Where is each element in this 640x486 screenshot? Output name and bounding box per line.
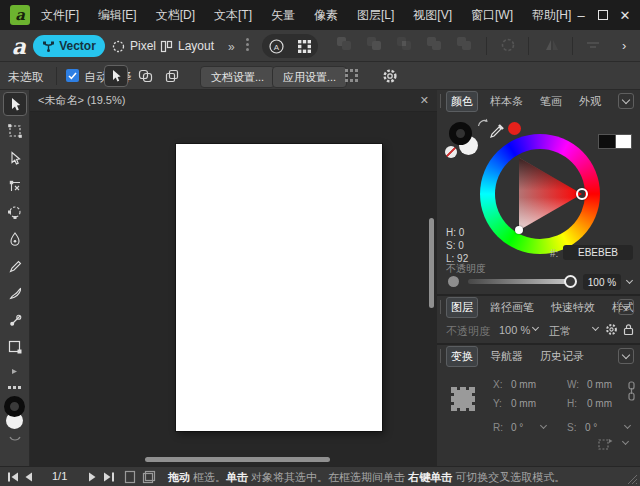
snapping-icon[interactable] xyxy=(500,37,516,53)
opacity-none-dot[interactable] xyxy=(448,276,459,287)
tab-transform[interactable]: 变换 xyxy=(446,346,478,367)
opacity-slider-knob[interactable] xyxy=(564,275,577,288)
select-mode-copy-button[interactable] xyxy=(160,65,184,87)
tab-appearance[interactable]: 外观 xyxy=(574,91,606,112)
tab-layers[interactable]: 图层 xyxy=(446,297,478,318)
stroke-fill-selector[interactable] xyxy=(0,394,29,450)
menu-file[interactable]: 文件[F] xyxy=(38,5,82,26)
rotation-chevron[interactable] xyxy=(540,422,547,429)
persona-layout-button[interactable]: Layout xyxy=(160,35,214,57)
maximize-button[interactable] xyxy=(592,4,614,26)
link-dimensions-icon[interactable] xyxy=(627,381,636,401)
toolbar-overflow-button[interactable]: › xyxy=(622,38,626,53)
next-page-button[interactable] xyxy=(88,472,97,482)
app-settings-button[interactable]: 应用设置... xyxy=(272,66,347,88)
boolean-combine-icon[interactable] xyxy=(456,36,472,51)
blend-mode-chevron[interactable] xyxy=(592,324,599,331)
tab-navigator[interactable]: 导航器 xyxy=(485,346,528,367)
first-page-button[interactable] xyxy=(7,472,19,482)
no-color-icon[interactable] xyxy=(445,146,457,158)
layers-panel-menu-button[interactable] xyxy=(618,299,634,315)
layer-opacity-value[interactable]: 100 % xyxy=(499,324,530,336)
canvas[interactable] xyxy=(30,112,437,466)
grayscale-swatch[interactable] xyxy=(598,134,632,149)
stroke-color-well[interactable] xyxy=(4,396,25,417)
x-field[interactable]: 0 mm xyxy=(511,379,536,390)
menu-vector[interactable]: 矢量 xyxy=(268,5,298,26)
persona-vector-button[interactable]: Vector xyxy=(33,35,105,57)
menu-document[interactable]: 文档[D] xyxy=(153,5,198,26)
boolean-divide-icon[interactable] xyxy=(426,36,442,51)
vertical-scrollbar[interactable] xyxy=(429,218,434,308)
menu-edit[interactable]: 编辑[E] xyxy=(95,5,140,26)
sl-selector[interactable] xyxy=(515,226,523,234)
tab-swatches[interactable]: 样本条 xyxy=(485,91,528,112)
previous-page-button[interactable] xyxy=(24,472,33,482)
select-mode-objects-button[interactable] xyxy=(133,65,157,87)
blend-gear-icon[interactable] xyxy=(605,323,618,336)
menu-view[interactable]: 视图[V] xyxy=(410,5,455,26)
white-swatch[interactable] xyxy=(615,134,633,149)
menu-window[interactable]: 窗口[W] xyxy=(468,5,516,26)
arrange-icon[interactable] xyxy=(586,41,600,49)
artboard-tool[interactable] xyxy=(3,119,27,143)
menu-help[interactable]: 帮助[H] xyxy=(529,5,574,26)
horizontal-scrollbar[interactable] xyxy=(145,457,330,462)
tab-history[interactable]: 历史记录 xyxy=(535,346,589,367)
persona-pixel-button[interactable]: Pixel xyxy=(112,35,156,57)
menu-pixel[interactable]: 像素 xyxy=(311,5,341,26)
pen-tool[interactable] xyxy=(3,227,27,251)
flip-icon[interactable] xyxy=(544,37,560,53)
document-settings-button[interactable]: 文档设置... xyxy=(200,66,275,88)
more-tools-flyout[interactable] xyxy=(0,362,29,380)
transparency-tool[interactable] xyxy=(3,308,27,332)
opacity-preset-chevron[interactable] xyxy=(621,274,637,290)
y-field[interactable]: 0 mm xyxy=(511,398,536,409)
pencil-tool[interactable] xyxy=(3,254,27,278)
spread-view-icon[interactable] xyxy=(142,470,156,484)
swap-colors-icon[interactable] xyxy=(9,436,21,443)
grid-icon[interactable] xyxy=(297,39,312,54)
shear-chevron[interactable] xyxy=(624,422,631,429)
vector-brush-tool[interactable] xyxy=(3,281,27,305)
rectangle-tool[interactable] xyxy=(3,335,27,359)
boolean-intersect-icon[interactable] xyxy=(396,36,412,51)
w-field[interactable]: 0 mm xyxy=(587,379,612,390)
persona-overflow-button[interactable]: » xyxy=(228,40,235,54)
layer-opacity-chevron[interactable] xyxy=(532,324,539,331)
tab-close-icon[interactable]: ✕ xyxy=(420,94,429,107)
document-page[interactable] xyxy=(176,144,382,431)
point-transform-tool[interactable] xyxy=(3,173,27,197)
lock-icon[interactable] xyxy=(623,323,634,336)
hue-selector[interactable] xyxy=(576,188,588,200)
rotation-field[interactable]: 0 ° xyxy=(511,422,523,433)
menu-text[interactable]: 文本[T] xyxy=(211,5,255,26)
tab-quick-fx[interactable]: 快速特效 xyxy=(546,297,600,318)
corner-tool[interactable] xyxy=(3,200,27,224)
minimize-button[interactable]: – xyxy=(570,4,592,26)
resize-grip[interactable] xyxy=(626,473,638,485)
auto-select-checkbox[interactable] xyxy=(66,69,79,82)
last-page-button[interactable] xyxy=(103,472,115,482)
tab-stroke[interactable]: 笔画 xyxy=(535,91,567,112)
hex-input[interactable]: EBEBEB xyxy=(563,245,633,260)
move-by-whole-pixels-icon[interactable]: A xyxy=(268,38,285,55)
select-mode-cursor-button[interactable] xyxy=(104,65,128,87)
tab-path-brushes[interactable]: 路径画笔 xyxy=(485,297,539,318)
gear-icon[interactable] xyxy=(382,68,398,84)
anchor-point-selector[interactable] xyxy=(449,385,477,413)
opacity-value-box[interactable]: 100 % xyxy=(583,274,621,290)
close-button[interactable]: ✕ xyxy=(614,4,636,26)
node-tool[interactable] xyxy=(3,146,27,170)
boolean-subtract-icon[interactable] xyxy=(366,36,382,51)
transform-mode-chevron[interactable] xyxy=(622,438,629,445)
color-wheel[interactable] xyxy=(480,134,600,254)
blend-mode-select[interactable]: 正常 xyxy=(549,324,571,339)
tab-color[interactable]: 颜色 xyxy=(446,91,478,112)
customize-toolbar-dots[interactable] xyxy=(0,380,29,394)
opacity-slider[interactable] xyxy=(468,279,571,284)
transform-mode-icon[interactable] xyxy=(597,437,613,451)
menu-layer[interactable]: 图层[L] xyxy=(354,5,397,26)
page-view-icon[interactable] xyxy=(124,470,136,484)
transform-panel-menu-button[interactable] xyxy=(618,348,634,364)
